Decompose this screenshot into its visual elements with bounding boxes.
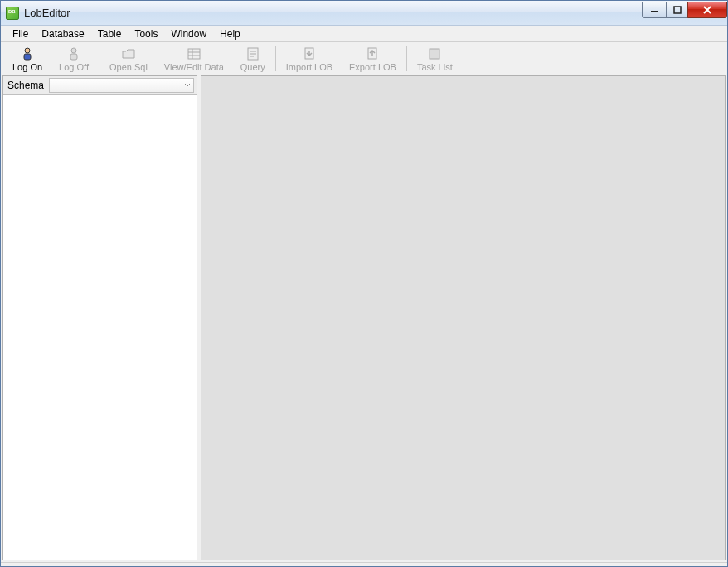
tree-pane[interactable]	[3, 94, 197, 560]
minimize-button[interactable]	[642, 2, 667, 18]
logoff-label: Log Off	[59, 62, 89, 72]
sidebar: Schema	[2, 75, 197, 560]
svg-rect-15	[368, 48, 376, 59]
query-label: Query	[240, 62, 265, 72]
exportlob-label: Export LOB	[349, 62, 396, 72]
schema-label: Schema	[6, 80, 46, 91]
app-icon	[6, 7, 19, 20]
menu-help[interactable]: Help	[213, 27, 247, 41]
close-button[interactable]	[687, 2, 727, 18]
opensql-label: Open Sql	[109, 62, 148, 72]
importlob-label: Import LOB	[286, 62, 332, 72]
toolbar-separator	[99, 46, 99, 71]
menu-window[interactable]: Window	[164, 27, 213, 41]
app-window: LobEditor File Database Table Tools Wind…	[0, 0, 728, 567]
window-title: LobEditor	[24, 7, 70, 19]
export-icon	[365, 46, 380, 61]
logon-button[interactable]: Log On	[4, 43, 51, 75]
schema-row: Schema	[3, 76, 197, 94]
title-bar: LobEditor	[1, 1, 727, 26]
menu-table[interactable]: Table	[91, 27, 129, 41]
svg-point-2	[25, 48, 30, 53]
logoff-button[interactable]: Log Off	[51, 43, 97, 75]
toolbar-separator	[463, 46, 463, 71]
svg-rect-5	[70, 54, 77, 60]
menu-bar: File Database Table Tools Window Help	[1, 26, 727, 42]
import-icon	[302, 46, 317, 61]
folder-open-icon	[121, 46, 136, 61]
opensql-button[interactable]: Open Sql	[101, 43, 156, 75]
toolbar-separator	[275, 46, 276, 71]
menu-tools[interactable]: Tools	[128, 27, 164, 41]
query-button[interactable]: Query	[232, 43, 274, 75]
window-controls	[643, 2, 727, 18]
svg-rect-3	[24, 54, 31, 60]
importlob-button[interactable]: Import LOB	[278, 43, 341, 75]
svg-rect-14	[305, 48, 313, 59]
schema-select[interactable]	[49, 78, 194, 93]
viewedit-button[interactable]: View/Edit Data	[156, 43, 232, 75]
logoff-icon	[66, 46, 81, 61]
chevron-down-icon	[184, 82, 191, 89]
svg-rect-16	[430, 49, 439, 59]
client-area: Schema	[1, 75, 727, 562]
tasklist-button[interactable]: Task List	[409, 43, 461, 75]
svg-rect-6	[188, 49, 200, 59]
svg-point-4	[71, 48, 76, 53]
viewedit-label: View/Edit Data	[164, 62, 224, 72]
menu-file[interactable]: File	[6, 27, 35, 41]
svg-rect-1	[674, 7, 681, 13]
status-bar	[1, 562, 727, 566]
tasklist-icon	[427, 46, 442, 61]
toolbar: Log On Log Off Open Sql View/Edit Data	[1, 42, 727, 75]
logon-icon	[20, 46, 35, 61]
query-icon	[245, 46, 260, 61]
maximize-button[interactable]	[666, 2, 688, 18]
svg-rect-10	[248, 48, 258, 60]
exportlob-button[interactable]: Export LOB	[341, 43, 405, 75]
toolbar-separator	[406, 46, 407, 71]
tasklist-label: Task List	[417, 62, 453, 72]
menu-database[interactable]: Database	[35, 27, 90, 41]
data-grid-icon	[187, 46, 201, 61]
logon-label: Log On	[12, 62, 42, 72]
main-pane	[201, 75, 726, 560]
